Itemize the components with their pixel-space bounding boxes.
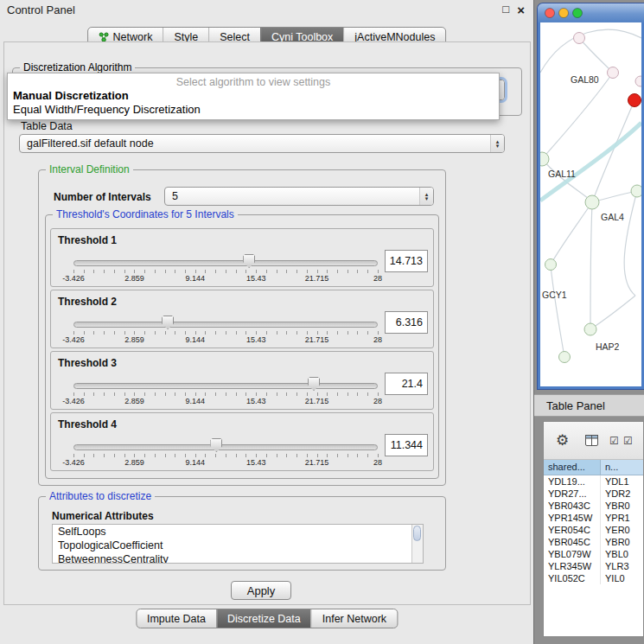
select-none-icon[interactable]: ☑ [623,435,633,447]
threshold-4-tick-marks [73,454,379,457]
select-all-icon[interactable]: ☑ [609,435,619,447]
node-label: GAL11 [548,169,576,179]
number-of-intervals-combobox[interactable]: 5 ▴ ▾ [164,187,434,206]
tick-label: 15.43 [246,397,266,405]
table-data-selected: galFiltered.sif default node [20,137,490,150]
tick-label: 21.715 [305,335,329,344]
tick-label: 9.144 [186,397,206,405]
network-canvas[interactable]: GAL80 GAL11 GAL4 GCY1 HAP2 [540,22,641,386]
network-node-selected[interactable] [628,94,641,107]
tick-label: 2.859 [124,397,144,405]
threshold-1-slider-track[interactable] [73,260,378,266]
threshold-1-tick-marks [73,270,379,273]
threshold-3-tick-marks [73,392,379,396]
threshold-2-slider-track[interactable] [73,322,378,328]
threshold-3-slider-track[interactable] [73,383,378,389]
table-row[interactable]: YBR045C YBR0 [544,536,643,548]
table-panel-window: ⚙ ☑ ☑ shared... n... YDL19... YDL1 YDR27… [543,421,644,637]
threshold-1-label: Threshold 1 [58,234,117,246]
table-panel-header[interactable]: Table Panel [534,394,644,417]
node-label: GCY1 [542,290,567,300]
network-node[interactable] [584,323,596,335]
tick-label: 9.144 [186,335,206,344]
table-row[interactable]: YIL052C YIL0 [544,572,643,584]
table-row[interactable]: YER054C YER0 [544,524,643,536]
threshold-3-panel: Threshold 3 -3.426 2.859 9.144 15.43 21.… [50,351,434,410]
tick-label: 15.43 [246,335,266,344]
tab-discretize-data[interactable]: Discretize Data [216,609,311,628]
column-header-shared[interactable]: shared... [544,460,601,475]
tick-label: 28 [373,274,382,283]
numerical-attributes-label: Numerical Attributes [52,510,154,522]
list-item[interactable]: BetweennessCentrality [53,552,423,564]
list-item[interactable]: TopologicalCoefficient [53,539,423,552]
columns-icon[interactable] [585,435,598,446]
network-node[interactable] [631,185,641,197]
attributes-scrollbar[interactable] [411,525,423,563]
table-row[interactable]: YLR345W YLR3 [544,560,643,572]
network-node[interactable] [608,67,619,79]
table-row[interactable]: YDR27... YDR2 [544,488,643,500]
threshold-1-value-field[interactable]: 14.713 [385,250,428,272]
close-traffic-icon[interactable] [545,9,555,18]
panel-title: Control Panel [7,3,75,16]
threshold-4-label: Threshold 4 [58,418,117,430]
node-label: HAP2 [596,341,620,352]
table-row[interactable]: YPR145W YPR1 [544,512,643,524]
table-row[interactable]: YDL19... YDL1 [544,475,643,488]
close-icon[interactable]: × [517,3,525,17]
threshold-3-value-field[interactable]: 21.4 [385,373,428,395]
table-row[interactable]: YBR043C YBR0 [544,500,643,512]
gear-icon[interactable]: ⚙ [556,431,569,450]
node-label: GAL4 [601,212,624,222]
table-row[interactable]: YBL079W YBL0 [544,548,643,560]
threshold-2-panel: Threshold 2 -3.426 2.859 9.144 15.43 21.… [50,290,434,348]
network-window-titlebar[interactable] [538,3,644,22]
network-node[interactable] [540,152,549,166]
minimize-traffic-icon[interactable] [559,9,569,18]
dropdown-option-equal-width[interactable]: Equal Width/Frequency Discretization [8,103,499,117]
threshold-3-label: Threshold 3 [58,357,117,369]
network-node[interactable] [574,33,585,44]
table-toolbar: ⚙ ☑ ☑ [544,422,643,460]
tick-label: -3.426 [62,335,85,344]
tick-label: 2.859 [124,335,144,344]
dropdown-option-manual-discretization[interactable]: Manual Discretization [8,89,499,103]
network-node[interactable] [585,195,599,209]
node-label: GAL80 [571,74,599,85]
threshold-3-scale: -3.426 2.859 9.144 15.43 21.715 28 [73,397,378,406]
control-panel: Control Panel □ × Network Style Select [0,0,534,644]
network-node[interactable] [559,352,571,363]
thresholds-group-title: Threshold's Coordinates for 5 Intervals [53,208,238,220]
threshold-4-slider-track[interactable] [73,444,378,450]
tick-label: 28 [373,335,382,344]
algorithm-dropdown-list: Select algorithm to view settings Manual… [7,73,500,120]
combo-stepper-icon[interactable]: ▴ ▾ [490,135,504,152]
zoom-traffic-icon[interactable] [573,9,583,18]
attributes-list: SelfLoops TopologicalCoefficient Between… [52,524,424,564]
tab-impute-data[interactable]: Impute Data [137,609,216,628]
tick-label: -3.426 [62,458,85,467]
threshold-4-value-field[interactable]: 11.344 [385,434,428,456]
column-header-name[interactable]: n... [601,460,643,475]
threshold-2-scale: -3.426 2.859 9.144 15.43 21.715 28 [73,335,378,345]
network-node[interactable] [635,76,641,86]
tick-label: 2.859 [124,274,144,283]
tab-infer-network[interactable]: Infer Network [311,609,397,628]
threshold-2-label: Threshold 2 [58,296,117,308]
threshold-4-scale: -3.426 2.859 9.144 15.43 21.715 28 [73,458,378,468]
list-item[interactable]: SelfLoops [53,525,423,539]
threshold-1-scale: -3.426 2.859 9.144 15.43 21.715 28 [73,274,378,284]
float-window-icon[interactable]: □ [502,3,509,16]
scrollbar-thumb[interactable] [413,526,421,541]
table-data-combobox[interactable]: galFiltered.sif default node ▴ ▾ [19,134,505,153]
apply-button[interactable]: Apply [231,581,291,600]
interval-definition-title: Interval Definition [46,163,133,175]
highlighted-edge[interactable] [540,123,641,201]
network-node[interactable] [545,259,557,271]
network-node-labels: GAL80 GAL11 GAL4 GCY1 HAP2 [542,74,624,352]
dropdown-placeholder: Select algorithm to view settings [8,75,499,89]
tick-label: 9.144 [186,274,206,283]
combo-stepper-icon[interactable]: ▴ ▾ [419,188,433,205]
threshold-2-value-field[interactable]: 6.316 [385,311,428,334]
